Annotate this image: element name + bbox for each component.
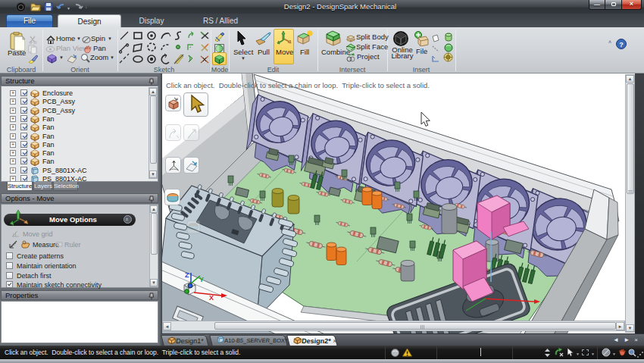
svg-text:Y: Y bbox=[199, 276, 204, 283]
svg-text:Z: Z bbox=[185, 271, 189, 279]
svg-text:X: X bbox=[209, 294, 214, 302]
svg-text:?: ? bbox=[619, 41, 624, 49]
